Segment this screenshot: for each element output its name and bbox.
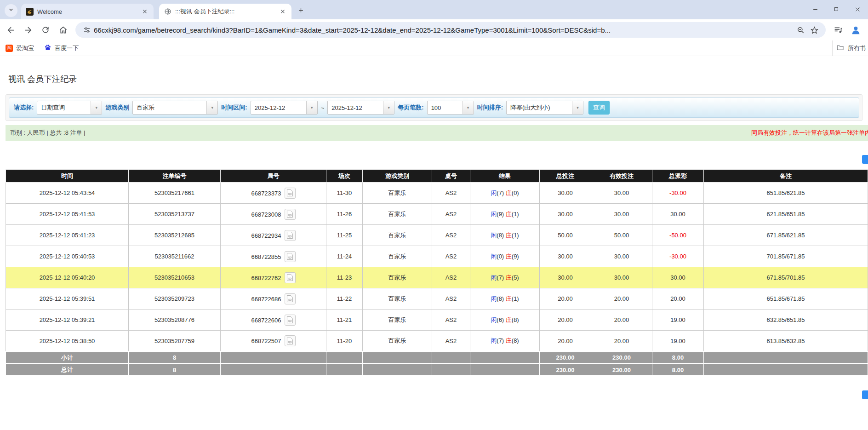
cell-result: 闲(7) 庄(5) xyxy=(470,267,540,288)
close-icon[interactable] xyxy=(847,0,868,18)
cell-total-bet: 30.00 xyxy=(540,246,591,267)
player-result-label: 闲 xyxy=(491,337,497,344)
date-end-value: 2025-12-12 xyxy=(328,104,383,111)
player-result-score: (7) xyxy=(497,337,504,344)
date-end-select[interactable]: 2025-12-12 ▾ xyxy=(327,101,394,115)
cell-total-bet: 20.00 xyxy=(540,331,591,352)
floating-widget[interactable] xyxy=(862,155,868,164)
column-header: 结果 xyxy=(470,170,540,183)
sort-value: 降幂(由大到小) xyxy=(507,103,572,112)
sort-label: 时间排序: xyxy=(477,103,503,112)
chevron-down-icon[interactable]: ▾ xyxy=(91,101,102,114)
star-icon[interactable] xyxy=(807,23,821,37)
bookmark-baidu[interactable]: 百度一下 xyxy=(44,44,79,52)
new-tab-button[interactable] xyxy=(294,5,307,17)
cell-bet-id: 523035211662 xyxy=(129,246,221,267)
player-result-label: 闲 xyxy=(491,253,497,260)
cell-total-bet: 30.00 xyxy=(540,267,591,288)
round-number: 668722606 xyxy=(251,316,281,323)
video-replay-icon[interactable] xyxy=(285,188,296,199)
cell-time: 2025-12-12 05:39:51 xyxy=(6,288,129,310)
zoom-icon[interactable] xyxy=(794,23,807,37)
minimize-icon[interactable] xyxy=(805,0,826,18)
query-mode-select[interactable]: 日期查询 ▾ xyxy=(37,101,102,115)
back-icon[interactable] xyxy=(3,22,18,38)
url-text[interactable]: 66cxkj98.com/game/betrecord_search/kind3… xyxy=(94,26,794,34)
home-icon[interactable] xyxy=(55,22,71,38)
cell-table-no: AS2 xyxy=(432,267,470,288)
total-valid-bet: 230.00 xyxy=(591,364,652,376)
chevron-down-icon[interactable]: ▾ xyxy=(572,101,583,114)
chevron-down-icon[interactable]: ▾ xyxy=(383,101,394,114)
subtotal-empty-cell xyxy=(326,352,363,364)
video-replay-icon[interactable] xyxy=(285,315,296,326)
cell-round: 668722934 xyxy=(221,225,326,246)
plus-icon xyxy=(297,7,304,16)
cell-result: 闲(0) 庄(9) xyxy=(470,246,540,267)
page-title: 视讯 会员下注纪录 xyxy=(8,74,77,85)
cell-session: 11-30 xyxy=(326,183,363,204)
cell-remark: 651.85/621.85 xyxy=(704,183,868,204)
player-result-label: 闲 xyxy=(491,211,497,218)
video-replay-icon[interactable] xyxy=(285,272,296,283)
site-settings-icon[interactable] xyxy=(80,23,94,37)
round-number: 668722686 xyxy=(251,295,281,302)
banker-result-score: (1) xyxy=(512,232,519,239)
search-button[interactable]: 查询 xyxy=(588,101,610,115)
media-controls-icon[interactable] xyxy=(830,22,846,38)
cell-time: 2025-12-12 05:39:21 xyxy=(6,310,129,331)
cell-payout: 30.00 xyxy=(652,267,704,288)
maximize-icon[interactable] xyxy=(826,0,847,18)
tab-welcome[interactable]: Welcome xyxy=(21,4,154,19)
page-size-select[interactable]: 100 ▾ xyxy=(427,101,474,115)
game-type-select[interactable]: 百家乐 ▾ xyxy=(132,101,218,115)
video-replay-icon[interactable] xyxy=(285,335,296,346)
banker-result-score: (0) xyxy=(512,189,519,196)
bookmark-label: 爱淘宝 xyxy=(16,44,34,52)
cell-valid-bet: 20.00 xyxy=(591,310,652,331)
column-header: 总投注 xyxy=(540,170,591,183)
cell-game-type: 百家乐 xyxy=(363,288,432,310)
forward-icon[interactable] xyxy=(20,22,36,38)
table-row: 2025-12-12 05:41:53523035213737668723008… xyxy=(6,204,868,225)
window-controls xyxy=(805,0,868,18)
bookmark-taobao[interactable]: 淘 爱淘宝 xyxy=(6,44,34,52)
sort-select[interactable]: 降幂(由大到小) ▾ xyxy=(506,101,583,115)
video-replay-icon[interactable] xyxy=(285,251,296,262)
tab-close-icon[interactable] xyxy=(279,7,287,16)
chevron-down-icon[interactable]: ▾ xyxy=(206,101,217,114)
tab-close-icon[interactable] xyxy=(141,7,149,16)
video-replay-icon[interactable] xyxy=(285,293,296,304)
chevron-down-icon[interactable]: ▾ xyxy=(306,101,317,114)
date-start-select[interactable]: 2025-12-12 ▾ xyxy=(251,101,318,115)
bet-records-table: 时间注单编号局号场次游戏类别桌号结果总投注有效投注总派彩备注 2025-12-1… xyxy=(6,169,868,376)
reload-icon[interactable] xyxy=(38,22,53,38)
chevron-down-icon[interactable]: ▾ xyxy=(463,101,474,114)
cell-payout: 19.00 xyxy=(652,331,704,352)
cell-valid-bet: 30.00 xyxy=(591,204,652,225)
floating-widget[interactable] xyxy=(862,390,868,399)
subtotal-empty-cell xyxy=(432,352,470,364)
column-header: 备注 xyxy=(704,170,868,183)
column-header: 游戏类别 xyxy=(363,170,432,183)
tab-search-button[interactable] xyxy=(5,4,17,17)
video-replay-icon[interactable] xyxy=(285,230,296,241)
cell-game-type: 百家乐 xyxy=(363,183,432,204)
cell-round: 668722606 xyxy=(221,310,326,331)
player-result-label: 闲 xyxy=(491,274,497,281)
profile-avatar[interactable] xyxy=(848,22,863,38)
url-bar[interactable]: 66cxkj98.com/game/betrecord_search/kind3… xyxy=(75,22,826,38)
chevron-down-icon xyxy=(8,6,14,15)
player-result-label: 闲 xyxy=(491,189,497,196)
tab-bet-records[interactable]: :::视讯 会员下注纪录::: xyxy=(159,4,291,19)
all-bookmarks-button[interactable]: 所有书 xyxy=(832,40,868,56)
banker-result-label: 庄 xyxy=(506,337,512,344)
page-size-label: 每页笔数: xyxy=(398,103,423,112)
video-replay-icon[interactable] xyxy=(285,209,296,220)
cell-result: 闲(8) 庄(1) xyxy=(470,225,540,246)
round-number: 668722762 xyxy=(251,274,281,281)
cell-bet-id: 523035208776 xyxy=(129,310,221,331)
player-result-label: 闲 xyxy=(491,232,497,239)
cell-table-no: AS2 xyxy=(432,310,470,331)
cell-session: 11-22 xyxy=(326,288,363,310)
